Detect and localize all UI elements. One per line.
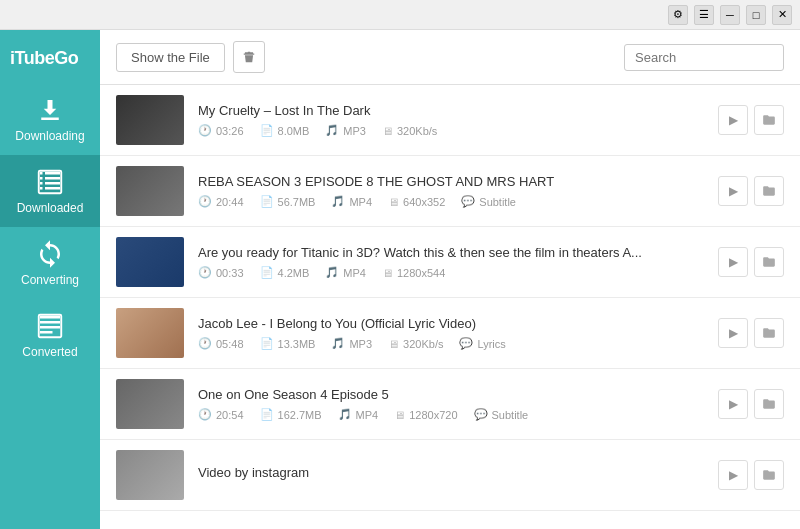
- play-button[interactable]: ▶: [718, 389, 748, 419]
- meta-quality: 🖥320Kb/s: [388, 338, 443, 350]
- sidebar-item-downloading[interactable]: Downloading: [0, 83, 100, 155]
- minimize-button[interactable]: ─: [720, 5, 740, 25]
- meta-duration: 🕐20:44: [198, 195, 244, 208]
- file-actions: ▶: [718, 105, 784, 135]
- file-actions: ▶: [718, 460, 784, 490]
- sidebar-item-downloaded[interactable]: Downloaded: [0, 155, 100, 227]
- file-meta: 🕐20:44📄56.7MB🎵MP4🖥640x352💬Subtitle: [198, 195, 704, 208]
- meta-format: 🎵MP3: [325, 124, 366, 137]
- main-panel: Show the File My Cruelty – Lost In The D…: [100, 30, 800, 529]
- folder-button[interactable]: [754, 318, 784, 348]
- film-icon: [35, 167, 65, 197]
- brand-logo: iTubeGo: [0, 40, 100, 83]
- clock-icon: 🕐: [198, 195, 212, 208]
- thumb-placeholder: [116, 95, 184, 145]
- toolbar: Show the File: [100, 30, 800, 85]
- folder-icon: [762, 468, 776, 482]
- format-icon: 🎵: [338, 408, 352, 421]
- meta-size: 📄8.0MB: [260, 124, 310, 137]
- resolution-icon: 🖥: [382, 125, 393, 137]
- convert-icon: [35, 239, 65, 269]
- folder-icon: [762, 113, 776, 127]
- play-button[interactable]: ▶: [718, 247, 748, 277]
- thumbnail: [116, 95, 184, 145]
- play-button[interactable]: ▶: [718, 318, 748, 348]
- show-file-button[interactable]: Show the File: [116, 43, 225, 72]
- thumb-placeholder: [116, 379, 184, 429]
- meta-extra: 💬Subtitle: [474, 408, 529, 421]
- search-input[interactable]: [624, 44, 784, 71]
- title-bar: ⚙ ☰ ─ □ ✕: [0, 0, 800, 30]
- download-icon: [35, 95, 65, 125]
- clock-icon: 🕐: [198, 124, 212, 137]
- app-body: iTubeGo Downloading Downloaded Convertin…: [0, 30, 800, 529]
- clock-icon: 🕐: [198, 337, 212, 350]
- resolution-icon: 🖥: [388, 196, 399, 208]
- meta-format: 🎵MP3: [331, 337, 372, 350]
- file-icon: 📄: [260, 266, 274, 279]
- file-title: One on One Season 4 Episode 5: [198, 387, 704, 402]
- format-icon: 🎵: [325, 124, 339, 137]
- file-icon: 📄: [260, 124, 274, 137]
- meta-format: 🎵MP4: [338, 408, 379, 421]
- clock-icon: 🕐: [198, 408, 212, 421]
- meta-extra: 💬Lyrics: [459, 337, 505, 350]
- file-meta: 🕐03:26📄8.0MB🎵MP3🖥320Kb/s: [198, 124, 704, 137]
- folder-button[interactable]: [754, 176, 784, 206]
- file-info: Jacob Lee - I Belong to You (Official Ly…: [198, 316, 704, 350]
- folder-icon: [762, 255, 776, 269]
- file-title: Jacob Lee - I Belong to You (Official Ly…: [198, 316, 704, 331]
- folder-button[interactable]: [754, 105, 784, 135]
- subtitle-icon: 💬: [461, 195, 475, 208]
- resolution-icon: 🖥: [394, 409, 405, 421]
- meta-size: 📄13.3MB: [260, 337, 316, 350]
- menu-button[interactable]: ☰: [694, 5, 714, 25]
- play-button[interactable]: ▶: [718, 460, 748, 490]
- thumbnail: [116, 166, 184, 216]
- file-actions: ▶: [718, 389, 784, 419]
- sidebar-item-converted[interactable]: Converted: [0, 299, 100, 371]
- file-title: Are you ready for Titanic in 3D? Watch t…: [198, 245, 704, 260]
- meta-duration: 🕐00:33: [198, 266, 244, 279]
- folder-icon: [762, 397, 776, 411]
- file-actions: ▶: [718, 176, 784, 206]
- file-title: Video by instagram: [198, 465, 704, 480]
- file-icon: 📄: [260, 195, 274, 208]
- meta-quality: 🖥640x352: [388, 196, 445, 208]
- folder-button[interactable]: [754, 389, 784, 419]
- file-info: Are you ready for Titanic in 3D? Watch t…: [198, 245, 704, 279]
- file-item: Jacob Lee - I Belong to You (Official Ly…: [100, 298, 800, 369]
- folder-icon: [762, 184, 776, 198]
- file-item: One on One Season 4 Episode 5 🕐20:54📄162…: [100, 369, 800, 440]
- play-button[interactable]: ▶: [718, 176, 748, 206]
- file-title: My Cruelty – Lost In The Dark: [198, 103, 704, 118]
- meta-size: 📄4.2MB: [260, 266, 310, 279]
- gear-button[interactable]: ⚙: [668, 5, 688, 25]
- clock-icon: 🕐: [198, 266, 212, 279]
- file-meta: 🕐05:48📄13.3MB🎵MP3🖥320Kb/s💬Lyrics: [198, 337, 704, 350]
- subtitle-icon: 💬: [459, 337, 473, 350]
- meta-extra: 💬Subtitle: [461, 195, 516, 208]
- file-meta: 🕐20:54📄162.7MB🎵MP4🖥1280x720💬Subtitle: [198, 408, 704, 421]
- sidebar-item-converting[interactable]: Converting: [0, 227, 100, 299]
- sidebar-item-downloaded-label: Downloaded: [17, 201, 84, 215]
- format-icon: 🎵: [331, 337, 345, 350]
- trash-icon: [242, 50, 256, 64]
- meta-quality: 🖥1280x544: [382, 267, 445, 279]
- sidebar-item-downloading-label: Downloading: [15, 129, 84, 143]
- folder-button[interactable]: [754, 247, 784, 277]
- thumbnail: [116, 308, 184, 358]
- delete-button[interactable]: [233, 41, 265, 73]
- file-item: REBA SEASON 3 EPISODE 8 THE GHOST AND MR…: [100, 156, 800, 227]
- thumbnail: [116, 379, 184, 429]
- maximize-button[interactable]: □: [746, 5, 766, 25]
- close-button[interactable]: ✕: [772, 5, 792, 25]
- file-actions: ▶: [718, 247, 784, 277]
- file-actions: ▶: [718, 318, 784, 348]
- folder-button[interactable]: [754, 460, 784, 490]
- play-button[interactable]: ▶: [718, 105, 748, 135]
- meta-format: 🎵MP4: [331, 195, 372, 208]
- meta-size: 📄56.7MB: [260, 195, 316, 208]
- meta-quality: 🖥320Kb/s: [382, 125, 437, 137]
- meta-format: 🎵MP4: [325, 266, 366, 279]
